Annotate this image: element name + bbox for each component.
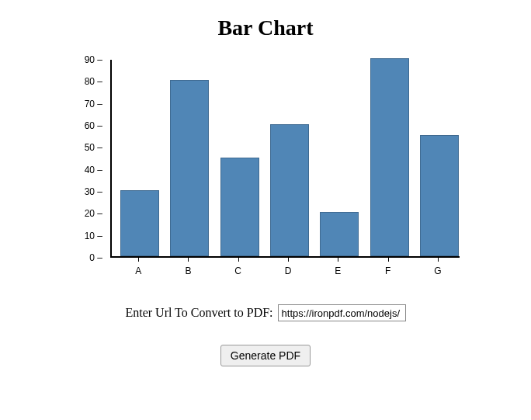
generate-pdf-button[interactable]: Generate PDF [220, 345, 311, 366]
x-tick-label: B [185, 266, 191, 276]
bar-chart: 0 –10 –20 –30 –40 –50 –60 –70 –80 –90 – … [64, 60, 467, 277]
y-tick-label: 40 – [85, 165, 102, 175]
y-tick-label: 60 – [85, 120, 102, 131]
x-tick [438, 258, 439, 262]
bar [420, 135, 459, 256]
x-tick-label: D [285, 266, 292, 276]
x-tick-label: E [335, 266, 341, 276]
page-title: Bar Chart [217, 16, 313, 40]
x-tick [188, 258, 189, 262]
x-tick [388, 258, 389, 262]
url-label: Enter Url To Convert to PDF: [125, 306, 272, 320]
x-axis: ABCDEFG [110, 258, 460, 277]
url-form-row: Enter Url To Convert to PDF: [125, 304, 405, 321]
x-tick-label: C [234, 266, 241, 276]
bar [320, 212, 359, 256]
x-tick-label: A [135, 266, 141, 276]
plot-area [110, 60, 460, 258]
y-tick-label: 90 – [85, 54, 102, 65]
bar [270, 124, 309, 256]
y-tick-label: 10 – [85, 231, 102, 241]
x-tick [338, 258, 338, 262]
x-tick [288, 258, 289, 262]
bar [370, 58, 409, 256]
bar [120, 190, 159, 256]
x-tick [138, 258, 139, 262]
bar [170, 80, 209, 256]
y-tick-label: 20 – [85, 208, 102, 219]
x-tick [238, 258, 239, 262]
y-tick-label: 0 – [89, 252, 102, 263]
url-input[interactable] [278, 304, 406, 321]
x-tick-label: G [434, 266, 441, 276]
bar [220, 158, 259, 257]
y-axis: 0 –10 –20 –30 –40 –50 –60 –70 –80 –90 – [64, 60, 110, 258]
y-tick-label: 30 – [85, 186, 102, 197]
y-tick-label: 80 – [85, 76, 102, 87]
y-tick-label: 70 – [85, 99, 102, 109]
y-tick-label: 50 – [85, 142, 102, 153]
x-tick-label: F [385, 266, 390, 276]
